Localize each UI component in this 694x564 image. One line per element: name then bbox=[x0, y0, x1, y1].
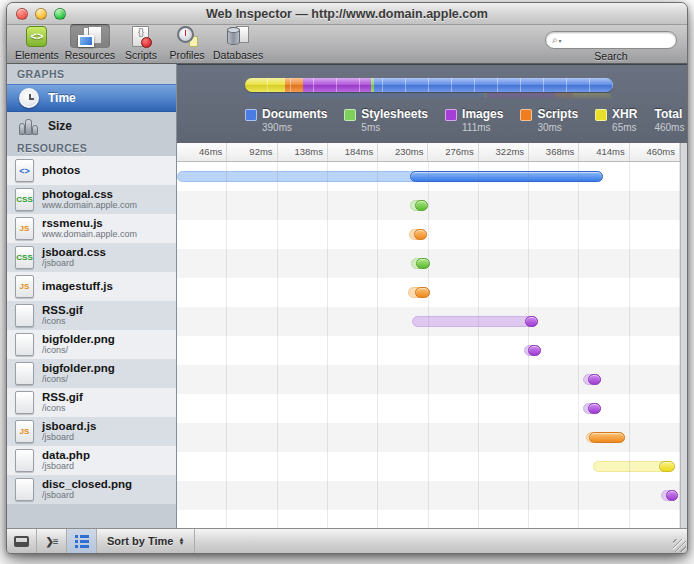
resource-texts: RSS.gif/icons bbox=[42, 304, 83, 327]
blank-file-icon bbox=[15, 478, 34, 501]
graphs-section-header: GRAPHS bbox=[7, 64, 176, 84]
graph-summary-header: Documents390msStylesheets5msImages111msS… bbox=[177, 64, 687, 143]
resource-list-item[interactable]: CSSjsboard.css/jsboard bbox=[7, 243, 176, 272]
summary-segment-scripts bbox=[555, 93, 573, 101]
time-tick-label: 414ms bbox=[579, 143, 629, 161]
gridline bbox=[327, 162, 328, 528]
timeline-rows-zone bbox=[177, 162, 687, 528]
resource-name: data.php bbox=[42, 449, 90, 462]
legend-texts: Documents390ms bbox=[262, 108, 327, 133]
toolbar-icon-wrap: {} bbox=[121, 24, 161, 48]
resource-texts: jsboard.css/jsboard bbox=[42, 246, 106, 269]
resource-list-item[interactable]: <>photos bbox=[7, 156, 176, 185]
resource-list-item[interactable]: data.php/jsboard bbox=[7, 446, 176, 475]
search-input[interactable] bbox=[562, 34, 670, 46]
resource-name: imagestuff.js bbox=[42, 280, 113, 293]
legend-item-stylesheets: Stylesheets5ms bbox=[344, 108, 428, 133]
legend-texts: Scripts30ms bbox=[537, 108, 578, 133]
resource-list-item[interactable]: RSS.gif/icons bbox=[7, 388, 176, 417]
resource-list-item[interactable]: JSrssmenu.jswww.domain.apple.com bbox=[7, 214, 176, 243]
dock-bottom-icon bbox=[14, 536, 29, 547]
toolbar-icon-wrap bbox=[70, 24, 110, 48]
resource-timing-bar[interactable] bbox=[593, 461, 675, 472]
legend-swatch bbox=[595, 109, 607, 121]
vertical-scrollbar-track[interactable] bbox=[680, 143, 687, 528]
resource-timing-bar[interactable] bbox=[586, 432, 625, 443]
resource-path: /icons/ bbox=[42, 375, 115, 385]
resource-list-item[interactable]: JSjsboard.js/jsboard bbox=[7, 417, 176, 446]
search-field[interactable]: ⌕ ▾ bbox=[545, 31, 677, 49]
resource-timing-bar[interactable] bbox=[409, 229, 428, 240]
elements-icon: <> bbox=[26, 26, 47, 47]
css-file-icon: CSS bbox=[15, 188, 34, 211]
resource-timing-bar[interactable] bbox=[583, 374, 602, 385]
sidebar-item-size[interactable]: Size bbox=[7, 112, 176, 140]
status-bar: ❯≡ Sort by Time ▲▼ bbox=[7, 528, 687, 553]
window-resize-grip[interactable] bbox=[673, 539, 686, 552]
legend-label: Documents bbox=[262, 108, 327, 122]
scripts-icon: {} bbox=[132, 26, 149, 47]
gridline bbox=[578, 162, 579, 528]
stopwatch-hand bbox=[185, 30, 187, 36]
timeline-row bbox=[177, 249, 680, 278]
dock-bottom-button[interactable] bbox=[7, 529, 37, 553]
time-tick-label: 92ms bbox=[227, 143, 277, 161]
resource-timing-bar[interactable] bbox=[661, 490, 677, 501]
gridline bbox=[629, 162, 630, 528]
resource-timing-bar[interactable] bbox=[412, 316, 538, 327]
summary-segment-xhr bbox=[573, 93, 613, 101]
sidebar-item-time[interactable]: Time bbox=[7, 84, 176, 112]
resource-name: RSS.gif bbox=[42, 391, 83, 404]
list-view-button[interactable] bbox=[67, 529, 97, 553]
resource-timing-bar[interactable] bbox=[408, 287, 430, 298]
gridline bbox=[377, 162, 378, 528]
time-tick-label: 276ms bbox=[428, 143, 478, 161]
toolbar-button-scripts[interactable]: {}Scripts bbox=[121, 24, 161, 61]
blank-file-icon bbox=[15, 333, 34, 356]
legend-swatch bbox=[344, 109, 356, 121]
resource-list-item[interactable]: bigfolder.png/icons/ bbox=[7, 359, 176, 388]
blank-file-icon bbox=[15, 449, 34, 472]
console-prompt-icon: ❯≡ bbox=[45, 536, 57, 547]
web-inspector-window: Web Inspector — http://www.domain.apple.… bbox=[6, 2, 688, 554]
toolbar-button-elements[interactable]: <>Elements bbox=[15, 24, 59, 61]
sidebar-filler bbox=[7, 504, 176, 528]
resource-list-item[interactable]: bigfolder.png/icons/ bbox=[7, 330, 176, 359]
resource-timing-bar[interactable] bbox=[410, 200, 429, 211]
cylinder-shape bbox=[227, 27, 240, 45]
timeline-panel: Documents390msStylesheets5msImages111msS… bbox=[177, 64, 687, 528]
time-scale-header: 46ms92ms138ms184ms230ms276ms322ms368ms41… bbox=[177, 143, 687, 162]
zoom-window-button[interactable] bbox=[54, 8, 66, 20]
photo-shape bbox=[78, 35, 94, 47]
toolbar-button-resources[interactable]: Resources bbox=[65, 24, 115, 61]
js-file-icon: JS bbox=[15, 275, 34, 298]
clock-hand bbox=[29, 98, 34, 100]
resource-list-item[interactable]: JSimagestuff.js bbox=[7, 272, 176, 301]
title-bar[interactable]: Web Inspector — http://www.domain.apple.… bbox=[7, 3, 687, 25]
legend-swatch bbox=[245, 109, 257, 121]
resource-timing-bar[interactable] bbox=[583, 403, 602, 414]
resource-list-item[interactable]: disc_closed.png/jsboard bbox=[7, 475, 176, 504]
toolbar-button-databases[interactable]: Databases bbox=[213, 24, 263, 61]
resource-list-item[interactable]: RSS.gif/icons bbox=[7, 301, 176, 330]
resource-timing-bar[interactable] bbox=[524, 345, 541, 356]
download-segment bbox=[588, 403, 601, 414]
close-window-button[interactable] bbox=[16, 8, 28, 20]
legend-item-xhr: XHR65ms bbox=[595, 108, 637, 133]
show-console-button[interactable]: ❯≡ bbox=[37, 529, 67, 553]
resource-timing-bar[interactable] bbox=[177, 171, 603, 182]
weight-shape bbox=[25, 119, 32, 135]
resource-texts: rssmenu.jswww.domain.apple.com bbox=[42, 217, 137, 240]
timeline-row bbox=[177, 394, 680, 423]
toolbar-button-profiles[interactable]: Profiles bbox=[167, 24, 207, 61]
html-file-icon: <> bbox=[15, 159, 34, 182]
minimize-window-button[interactable] bbox=[35, 8, 47, 20]
resource-texts: data.php/jsboard bbox=[42, 449, 90, 472]
resource-path: /jsboard bbox=[42, 433, 96, 443]
resource-texts: bigfolder.png/icons/ bbox=[42, 333, 115, 356]
legend-item-images: Images111ms bbox=[445, 108, 503, 133]
sort-by-dropdown[interactable]: Sort by Time ▲▼ bbox=[97, 529, 195, 553]
resource-list-item[interactable]: CSSphotogal.csswww.domain.apple.com bbox=[7, 185, 176, 214]
toolbar: <>ElementsResources{}ScriptsProfilesData… bbox=[7, 25, 687, 64]
js-file-icon: JS bbox=[15, 420, 34, 443]
